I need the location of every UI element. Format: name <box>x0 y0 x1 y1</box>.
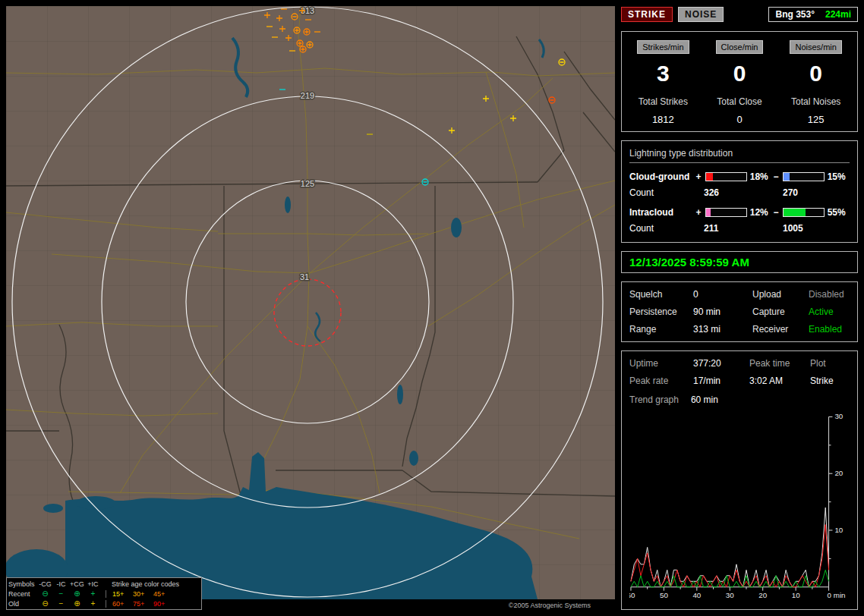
age-60: 60+ <box>112 600 133 608</box>
range-value: 313 mi <box>693 324 752 335</box>
intracloud-label: Intracloud <box>629 207 695 218</box>
svg-text:50: 50 <box>660 591 668 599</box>
svg-text:31: 31 <box>300 272 309 281</box>
peak-time-label: Peak time <box>749 358 810 369</box>
plot-label: Plot <box>810 358 850 369</box>
cg-minus-bar-fill <box>784 173 790 181</box>
range-label: Range <box>629 324 693 335</box>
svg-text:20: 20 <box>758 591 767 599</box>
plus-sign: + <box>695 171 702 182</box>
svg-text:10: 10 <box>792 591 800 599</box>
svg-text:10: 10 <box>834 526 843 534</box>
svg-text:40: 40 <box>692 591 701 599</box>
ic-plus-pct: 12% <box>750 207 772 218</box>
circle-plus-icon: ⊕ <box>69 590 85 598</box>
strikes-per-min-label: Strikes/min <box>637 40 689 54</box>
peak-time-value: 3:02 AM <box>749 376 810 386</box>
cloud-ground-row: Cloud-ground + 18% − 15% <box>629 171 850 182</box>
ic-plus-count: 211 <box>704 223 783 234</box>
stats-grid: Uptime 377:20 Peak time Plot Peak rate 1… <box>629 358 850 386</box>
upload-label: Upload <box>752 289 809 300</box>
minus-icon: − <box>53 600 69 608</box>
age-75: 75+ <box>133 600 153 608</box>
age-30: 30+ <box>133 590 153 598</box>
svg-text:0 min: 0 min <box>828 591 846 599</box>
minus-sign: − <box>772 171 780 182</box>
trend-window-value: 60 min <box>691 394 718 405</box>
count-label: Count <box>629 187 704 198</box>
age-90: 90+ <box>153 600 174 608</box>
close-counter: Close/min 0 Total Close 0 <box>702 39 778 125</box>
cg-minus-bar <box>783 172 825 181</box>
svg-text:125: 125 <box>301 179 314 188</box>
stats-box: Uptime 377:20 Peak time Plot Peak rate 1… <box>621 350 858 610</box>
event-topbar: STRIKE NOISE Bng 353° 224mi <box>621 6 858 23</box>
total-close-value: 0 <box>702 114 778 125</box>
legend-symbols-label: Symbols <box>8 580 37 588</box>
noises-per-min-label: Noises/min <box>790 40 841 54</box>
squelch-label: Squelch <box>629 289 693 300</box>
strikes-per-min-value: 3 <box>625 61 702 86</box>
total-noises-label: Total Noises <box>777 96 854 107</box>
persistence-value: 90 min <box>693 306 752 317</box>
noises-counter: Noises/min 0 Total Noises 125 <box>777 39 854 125</box>
noise-indicator-button[interactable]: NOISE <box>678 7 724 22</box>
plus-icon: + <box>85 600 101 608</box>
copyright-credit: ©2005 Astrogenic Systems <box>506 602 594 609</box>
trend-label: Trend graph <box>629 394 679 405</box>
cg-plus-count: 326 <box>704 187 783 198</box>
cg-minus-count: 270 <box>783 187 798 198</box>
ic-minus-count: 1005 <box>783 223 803 234</box>
trend-graph-title: Trend graph60 min <box>629 394 850 405</box>
cg-plus-pct: 18% <box>750 171 772 182</box>
peak-rate-value: 17/min <box>693 376 749 386</box>
legend-age-title: Strike age color codes <box>101 580 179 588</box>
close-per-min-value: 0 <box>702 61 778 86</box>
circle-minus-icon: ⊖ <box>37 590 53 598</box>
strike-indicator-button[interactable]: STRIKE <box>621 7 673 22</box>
cg-plus-bar-fill <box>706 173 714 181</box>
rate-counters: Strikes/min 3 Total Strikes 1812 Close/m… <box>621 31 858 132</box>
cloud-ground-count-row: Count 326 270 <box>629 187 850 198</box>
status-panel: STRIKE NOISE Bng 353° 224mi Strikes/min … <box>621 6 858 610</box>
upload-status: Disabled <box>809 289 850 300</box>
legend-old-label: Old <box>8 600 37 608</box>
uptime-label: Uptime <box>629 358 693 369</box>
age-45: 45+ <box>153 590 174 598</box>
map-legend: Symbols -CG -IC +CG +IC Strike age color… <box>6 577 202 610</box>
strikes-counter: Strikes/min 3 Total Strikes 1812 <box>625 39 702 125</box>
legend-col-pcg: +CG <box>69 580 85 588</box>
age-15: 15+ <box>112 590 133 598</box>
squelch-value: 0 <box>693 289 752 300</box>
legend-age-recent: 15+ 30+ 45+ <box>106 590 174 598</box>
plus-icon: + <box>85 590 101 598</box>
uptime-value: 377:20 <box>693 358 749 369</box>
bearing-range-value: 224mi <box>825 9 851 20</box>
total-strikes-value: 1812 <box>625 114 702 125</box>
capture-label: Capture <box>752 306 809 317</box>
receiver-status: Enabled <box>809 324 850 335</box>
receiver-label: Receiver <box>752 324 809 335</box>
settings-box: Squelch 0 Upload Disabled Persistence 90… <box>621 281 858 342</box>
svg-text:219: 219 <box>301 91 314 100</box>
circle-minus-icon: ⊖ <box>37 600 53 608</box>
total-strikes-label: Total Strikes <box>625 96 702 107</box>
ic-minus-bar <box>783 208 825 217</box>
datetime-display: 12/13/2025 8:59:59 AM <box>621 251 858 273</box>
minus-sign: − <box>772 207 780 218</box>
peak-rate-label: Peak rate <box>629 376 693 386</box>
count-label: Count <box>629 223 704 234</box>
legend-col-ncg: -CG <box>37 580 53 588</box>
capture-status: Active <box>809 306 850 317</box>
legend-age-old: 60+ 75+ 90+ <box>106 600 174 608</box>
svg-text:30: 30 <box>834 412 843 420</box>
lightning-map-area: 31321912531 Symbols -CG -IC +CG +IC Stri… <box>6 6 615 610</box>
intracloud-row: Intracloud + 12% − 55% <box>629 207 850 218</box>
persistence-label: Persistence <box>629 306 693 317</box>
bearing-value: Bng 353° <box>775 9 814 20</box>
circle-plus-icon: ⊕ <box>69 600 85 608</box>
ic-minus-bar-fill <box>784 209 806 216</box>
noises-per-min-value: 0 <box>777 61 854 86</box>
intracloud-count-row: Count 211 1005 <box>629 223 850 234</box>
ic-plus-bar-fill <box>706 209 711 216</box>
